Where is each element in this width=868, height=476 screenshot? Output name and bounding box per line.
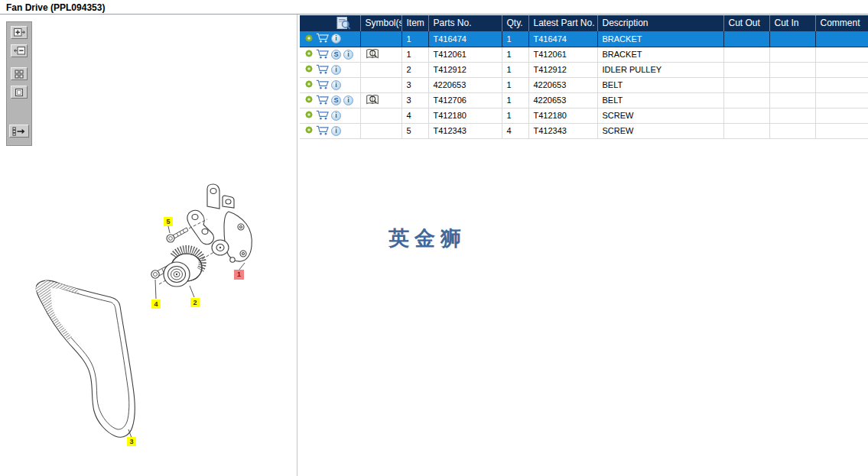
diagram-label-1[interactable]: 1 <box>234 270 244 280</box>
diagram-label-3[interactable]: 3 <box>127 437 136 446</box>
qty-cell: 1 <box>502 108 528 123</box>
parts-no-cell: 4220653 <box>428 77 502 92</box>
gear-icon[interactable] <box>304 34 314 44</box>
item-cell: 1 <box>401 47 428 62</box>
cut-out-cell <box>723 92 769 108</box>
gear-icon[interactable] <box>304 110 314 121</box>
gear-icon[interactable] <box>304 125 314 136</box>
info-icon[interactable]: i <box>331 126 341 136</box>
cart-icon[interactable] <box>316 95 329 106</box>
s-icon[interactable]: S <box>331 50 341 60</box>
table-row[interactable]: S i 1 T412061 1 T412061 BRACKET <box>300 47 868 62</box>
parts-no-cell: T412343 <box>428 123 502 138</box>
description-cell: IDLER PULLEY <box>597 62 723 77</box>
thumbnail-view-icon <box>15 70 24 79</box>
info-icon[interactable]: i <box>343 96 353 105</box>
zoom-in-icon <box>13 28 26 37</box>
item-cell: 3 <box>401 92 428 108</box>
title-bar: Fan Drive (PPL094353) <box>0 0 868 15</box>
comment-cell <box>815 62 868 77</box>
cart-icon[interactable] <box>316 64 329 76</box>
parts-no-cell: T412180 <box>428 108 502 123</box>
table-search-icon[interactable] <box>304 16 359 31</box>
symbol-cell <box>360 77 401 92</box>
full-view-button[interactable] <box>11 86 28 99</box>
s-icon[interactable]: S <box>331 96 341 105</box>
parts-table-body: i 1 T416474 1 T416474 BRACKET S i 1 T412… <box>300 31 868 138</box>
description-cell: SCREW <box>597 108 723 123</box>
item-cell: 4 <box>401 108 428 123</box>
qty-cell: 1 <box>502 47 528 62</box>
header-item: Item <box>401 15 428 31</box>
comment-cell <box>815 31 868 47</box>
cart-icon[interactable] <box>316 125 329 137</box>
diagram-label-5[interactable]: 5 <box>164 217 173 226</box>
toggle-table-panel-button[interactable] <box>9 125 29 138</box>
symbol-book-icon[interactable] <box>366 98 379 107</box>
header-parts-no: Parts No. <box>428 15 502 31</box>
parts-no-cell: T412912 <box>428 62 502 77</box>
diagram-label-2[interactable]: 2 <box>190 298 200 307</box>
cart-icon[interactable] <box>316 49 329 60</box>
description-cell: BELT <box>597 77 723 92</box>
cut-in-cell <box>769 47 815 62</box>
header-latest-part-no: Latest Part No. <box>528 15 597 31</box>
table-row[interactable]: i 5 T412343 4 T412343 SCREW <box>300 123 868 138</box>
row-actions-cell: i <box>300 31 360 47</box>
zoom-out-icon <box>13 46 26 56</box>
latest-part-no-cell: 4220653 <box>528 92 597 108</box>
cart-icon[interactable] <box>316 33 329 44</box>
cut-in-cell <box>769 108 815 123</box>
header-cut-in: Cut In <box>769 15 815 31</box>
qty-cell: 1 <box>502 77 528 92</box>
header-qty: Qty. <box>502 15 528 31</box>
zoom-in-button[interactable] <box>11 26 28 39</box>
info-icon[interactable]: i <box>331 65 341 75</box>
header-cut-out: Cut Out <box>723 15 769 31</box>
table-row[interactable]: S i 3 T412706 1 4220653 BELT <box>300 92 868 108</box>
table-row[interactable]: i 3 4220653 1 4220653 BELT <box>300 77 868 92</box>
latest-part-no-cell: T412912 <box>528 62 597 77</box>
symbol-cell <box>360 123 401 138</box>
cut-out-cell <box>723 77 769 92</box>
gear-icon[interactable] <box>304 49 314 60</box>
cut-in-cell <box>769 123 815 138</box>
gear-icon[interactable] <box>304 64 314 75</box>
symbol-book-icon[interactable] <box>366 52 379 61</box>
info-icon[interactable]: i <box>331 34 341 44</box>
comment-cell <box>815 123 868 138</box>
description-cell: BRACKET <box>597 47 723 62</box>
cart-icon[interactable] <box>316 110 329 121</box>
item-cell: 5 <box>401 123 428 138</box>
cart-icon[interactable] <box>316 79 329 91</box>
description-cell: BELT <box>597 92 723 108</box>
header-symbols: Symbol(s) <box>360 15 401 31</box>
qty-cell: 1 <box>502 92 528 108</box>
parts-table: Symbol(s) Item Parts No. Qty. Latest Par… <box>300 15 868 139</box>
gear-icon[interactable] <box>304 95 314 105</box>
info-icon[interactable]: i <box>331 111 341 121</box>
cut-in-cell <box>769 31 815 47</box>
watermark: 英金狮 <box>388 225 467 252</box>
row-actions-cell: i <box>300 62 360 77</box>
description-cell: SCREW <box>597 123 723 138</box>
cut-out-cell <box>723 123 769 138</box>
item-cell: 2 <box>401 62 428 77</box>
thumbnail-view-button[interactable] <box>11 67 28 80</box>
diagram-label-4[interactable]: 4 <box>151 300 161 309</box>
table-row[interactable]: i 2 T412912 1 T412912 IDLER PULLEY <box>300 62 868 77</box>
row-actions-cell: i <box>300 108 360 123</box>
info-icon[interactable]: i <box>343 50 353 60</box>
parts-catalog-window: { "window": { "title": "Fan Drive (PPL09… <box>0 0 868 476</box>
header-comment: Comment <box>815 15 868 31</box>
toggle-table-panel-icon <box>12 127 26 136</box>
header-description: Description <box>597 15 723 31</box>
comment-cell <box>815 108 868 123</box>
table-row[interactable]: i 1 T416474 1 T416474 BRACKET <box>300 31 868 47</box>
gear-icon[interactable] <box>304 79 314 90</box>
symbol-cell <box>360 108 401 123</box>
table-row[interactable]: i 4 T412180 1 T412180 SCREW <box>300 108 868 123</box>
zoom-out-button[interactable] <box>11 44 28 57</box>
parts-no-cell: T412706 <box>428 92 502 108</box>
info-icon[interactable]: i <box>331 80 341 90</box>
